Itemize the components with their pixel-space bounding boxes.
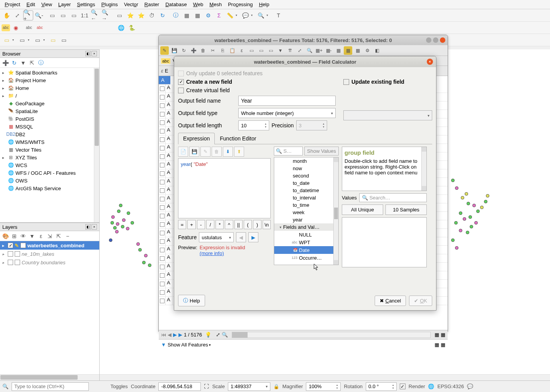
browser-item[interactable]: ▸🏠Project Home bbox=[1, 76, 98, 84]
function-item[interactable]: now bbox=[274, 165, 338, 172]
tips-icon[interactable]: 💬 bbox=[240, 10, 250, 20]
field-item[interactable]: 📅Date bbox=[274, 246, 338, 254]
select-all-attr-icon[interactable]: ▭ bbox=[247, 46, 256, 55]
function-search-input[interactable]: 🔍 S… bbox=[274, 147, 303, 155]
style-icon[interactable]: 🎨 bbox=[2, 232, 9, 240]
zoom-in-icon[interactable]: 🔍+ bbox=[23, 10, 33, 20]
row-checkbox[interactable] bbox=[160, 222, 165, 227]
layer-checkbox[interactable] bbox=[8, 243, 13, 248]
invert-icon[interactable]: ▭ bbox=[59, 35, 69, 45]
row-checkbox[interactable] bbox=[160, 103, 165, 108]
feature-next-icon[interactable]: ▶ bbox=[248, 232, 258, 242]
bookmarks-icon[interactable]: ⭐ bbox=[136, 10, 146, 20]
zoom-selection-icon[interactable]: ▭ bbox=[58, 10, 68, 20]
filter-layers-icon[interactable]: ▼ bbox=[28, 232, 36, 240]
tab-expression[interactable]: Expression bbox=[178, 133, 215, 144]
row-checkbox[interactable] bbox=[160, 282, 165, 286]
collapse-icon[interactable]: ⇱ bbox=[28, 59, 36, 67]
function-list[interactable]: monthnowsecondto_dateto_datetimeto_inter… bbox=[274, 157, 339, 265]
menu-raster[interactable]: Raster bbox=[141, 1, 162, 8]
zoom-last-icon[interactable]: 🔍← bbox=[90, 10, 100, 20]
out-name-input[interactable] bbox=[238, 96, 336, 106]
del-field-icon[interactable]: ▦- bbox=[324, 46, 333, 55]
browser-item[interactable]: 🐘PostGIS bbox=[1, 115, 98, 123]
deselect-attr-icon[interactable]: ▭ bbox=[267, 46, 275, 55]
operator-button[interactable]: = bbox=[178, 220, 186, 229]
new-map-icon[interactable]: ▭ bbox=[114, 10, 124, 20]
properties-icon[interactable]: ⓘ bbox=[37, 59, 45, 67]
row-checkbox[interactable] bbox=[160, 86, 165, 91]
menubar[interactable]: Project Edit View Layer Settings Plugins… bbox=[0, 0, 550, 9]
operator-button[interactable]: + bbox=[187, 220, 195, 229]
stats-icon[interactable]: Σ bbox=[214, 10, 224, 20]
menu-vector[interactable]: Vector bbox=[121, 1, 141, 8]
menu-database[interactable]: Database bbox=[162, 1, 190, 8]
function-item[interactable]: second bbox=[274, 172, 338, 179]
function-item[interactable]: to_interval bbox=[274, 194, 338, 201]
select-icon[interactable]: 🔍 bbox=[256, 10, 266, 20]
annotation-icon[interactable]: T bbox=[273, 10, 283, 20]
layers-undock-icon[interactable]: ◧ bbox=[85, 224, 91, 230]
python-icon[interactable]: 🐍 bbox=[127, 23, 137, 33]
row-checkbox[interactable] bbox=[160, 239, 165, 244]
row-checkbox[interactable] bbox=[160, 129, 165, 133]
feature-select[interactable]: ustulatus bbox=[199, 232, 234, 242]
coord-input[interactable] bbox=[158, 382, 201, 391]
locator-input[interactable] bbox=[12, 382, 89, 391]
pan-sel-icon[interactable]: ⤢ bbox=[295, 46, 304, 55]
field-calc-icon[interactable]: ▦ bbox=[344, 46, 352, 55]
browser-item[interactable]: 🪶SpatiaLite bbox=[1, 107, 98, 115]
save-edits-icon[interactable]: 💾 bbox=[170, 46, 178, 55]
reload-icon[interactable]: ↻ bbox=[180, 46, 188, 55]
browser-tree[interactable]: ▸⭐Spatial Bookmarks▸🏠Project Home▸🏠Home▸… bbox=[0, 68, 99, 222]
auto-pan-icon[interactable]: ⤢ bbox=[216, 332, 220, 338]
label2-icon[interactable]: abc bbox=[24, 23, 34, 33]
table-view2-icon[interactable]: ▦ bbox=[441, 342, 445, 348]
select-rect-icon[interactable]: ▭ bbox=[2, 35, 12, 45]
browser-close-icon[interactable]: × bbox=[92, 51, 97, 56]
layers-hscroll[interactable] bbox=[0, 374, 99, 380]
layer-checkbox[interactable] bbox=[8, 260, 13, 265]
visibility-icon[interactable]: 👁 bbox=[19, 232, 27, 240]
form-view-icon[interactable]: ▦ bbox=[435, 332, 439, 338]
cut-icon[interactable]: ✂ bbox=[209, 46, 217, 55]
form-view2-icon[interactable]: ▦ bbox=[435, 342, 439, 348]
create-virtual-checkbox[interactable] bbox=[178, 88, 184, 93]
paste-icon[interactable]: 📋 bbox=[228, 46, 236, 55]
toolbox-icon[interactable]: ⚙ bbox=[203, 10, 213, 20]
export-expr-icon[interactable]: ⬆ bbox=[234, 147, 244, 157]
pan-icon[interactable]: ✋ bbox=[2, 10, 12, 20]
expand-icon[interactable]: ⇲ bbox=[46, 232, 54, 240]
cond-format-icon[interactable]: ▦ bbox=[353, 46, 362, 55]
identify-icon[interactable]: ⓘ bbox=[171, 10, 181, 20]
row-checkbox[interactable] bbox=[160, 205, 165, 210]
invert-sel-icon[interactable]: ▭ bbox=[257, 46, 265, 55]
browser-undock-icon[interactable]: ◧ bbox=[85, 51, 91, 56]
function-item[interactable]: year bbox=[274, 216, 338, 223]
new-field-icon[interactable]: ▦+ bbox=[315, 46, 323, 55]
expression-textarea[interactable]: year( "Date" bbox=[178, 158, 271, 218]
create-new-checkbox[interactable] bbox=[178, 79, 184, 85]
browser-item[interactable]: ▦Vector Tiles bbox=[1, 146, 98, 154]
pan-selection-icon[interactable]: ⤢ bbox=[12, 10, 22, 20]
filter-sel-icon[interactable]: ▼ bbox=[276, 46, 285, 55]
menu-processing[interactable]: Processing bbox=[225, 1, 256, 8]
edit-expr-icon[interactable]: ✎ bbox=[200, 147, 210, 157]
crs-icon[interactable]: 🌐 bbox=[428, 384, 434, 389]
row-checkbox[interactable] bbox=[160, 197, 165, 201]
row-checkbox[interactable] bbox=[160, 146, 165, 150]
nav-prev-icon[interactable]: ◀ bbox=[168, 332, 171, 338]
fields-values-group[interactable]: Fields and Val… bbox=[274, 223, 338, 231]
remove-layer-icon[interactable]: − bbox=[64, 232, 71, 240]
filter-browser-icon[interactable]: ▼ bbox=[19, 59, 27, 67]
refresh-browser-icon[interactable]: ↻ bbox=[10, 59, 18, 67]
field-item[interactable]: 123Occurre… bbox=[274, 254, 338, 262]
temporal-icon[interactable]: ⏱ bbox=[147, 10, 157, 20]
row-checkbox[interactable] bbox=[160, 248, 165, 252]
preview-more-link[interactable]: (more info) bbox=[200, 250, 224, 256]
select-all-icon[interactable]: ▭ bbox=[48, 35, 58, 45]
copy-icon[interactable]: ⎘ bbox=[218, 46, 227, 55]
add-feature-icon[interactable]: ➕ bbox=[189, 46, 198, 55]
operator-button[interactable]: - bbox=[197, 220, 205, 229]
map-hscroll[interactable] bbox=[100, 374, 550, 380]
